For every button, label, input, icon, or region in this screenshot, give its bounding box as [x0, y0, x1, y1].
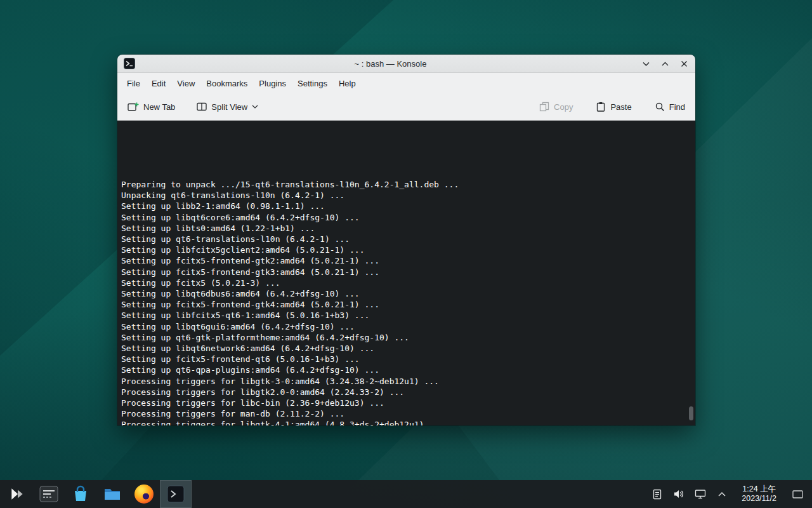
taskbar-item-discover[interactable] — [65, 480, 96, 508]
expand-tray-icon[interactable] — [716, 488, 728, 500]
maximize-button[interactable] — [660, 58, 670, 69]
terminal-line: Setting up qt6-gtk-platformtheme:amd64 (… — [121, 332, 686, 343]
paste-icon — [596, 102, 606, 112]
find-icon — [655, 102, 665, 112]
terminal-line: Setting up libfcitx5gclient2:amd64 (5.0.… — [121, 244, 686, 255]
taskbar-item-konsole-active[interactable] — [160, 480, 192, 508]
show-desktop-icon — [792, 490, 803, 498]
taskbar-item-dolphin[interactable] — [96, 480, 128, 508]
display-icon[interactable] — [695, 488, 706, 500]
menu-item[interactable]: Settings — [292, 76, 333, 91]
taskbar: 1:24 上午 2023/11/2 — [0, 480, 812, 508]
terminal-line: Setting up libqt6core6:amd64 (6.4.2+dfsg… — [121, 212, 686, 223]
clock-time: 1:24 上午 — [742, 485, 776, 494]
toolbar: New Tab Split View Copy Paste F — [117, 93, 695, 121]
discover-icon — [71, 485, 90, 504]
window-title: ~ : bash — Konsole — [140, 59, 641, 69]
terminal-line: Setting up fcitx5 (5.0.21-3) ... — [121, 277, 686, 288]
close-button[interactable] — [679, 58, 689, 69]
terminal-line: Unpacking qt6-translations-l10n (6.4.2-1… — [121, 190, 686, 201]
menu-item[interactable]: View — [171, 76, 200, 91]
task-view-icon — [39, 485, 58, 504]
terminal-scrollbar[interactable] — [688, 122, 694, 424]
copy-icon — [539, 102, 549, 112]
volume-icon[interactable] — [673, 488, 684, 500]
terminal-line: Setting up qt6-translations-l10n (6.4.2-… — [121, 234, 686, 244]
terminal-line: Setting up libfcitx5-qt6-1:amd64 (5.0.16… — [121, 310, 686, 321]
terminal-line: Setting up libqt6gui6:amd64 (6.4.2+dfsg-… — [121, 321, 686, 332]
terminal-line: Setting up fcitx5-frontend-qt6 (5.0.16-1… — [121, 354, 686, 364]
terminal-output[interactable]: Preparing to unpack .../15-qt6-translati… — [117, 121, 695, 425]
menu-item[interactable]: File — [121, 76, 146, 91]
scrollbar-thumb[interactable] — [689, 406, 693, 420]
menu-item[interactable]: Help — [333, 76, 362, 91]
clipboard-icon[interactable] — [652, 488, 663, 500]
terminal-line: Setting up fcitx5-frontend-gtk4:amd64 (5… — [121, 299, 686, 310]
terminal-line: Processing triggers for libgtk2.0-0:amd6… — [121, 387, 686, 398]
terminal-line: Preparing to unpack .../15-qt6-translati… — [121, 179, 686, 190]
split-view-button[interactable]: Split View — [193, 98, 262, 116]
task-view-button[interactable] — [33, 480, 65, 508]
konsole-window: ~ : bash — Konsole FileEditViewBookmarks… — [117, 55, 695, 425]
desktop-wallpaper: ~ : bash — Konsole FileEditViewBookmarks… — [0, 0, 812, 508]
konsole-icon — [167, 485, 185, 503]
new-tab-button[interactable]: New Tab — [124, 98, 179, 116]
new-tab-icon — [128, 102, 139, 112]
paste-button[interactable]: Paste — [592, 98, 635, 116]
terminal-line: Setting up libb2-1:amd64 (0.98.1-1.1) ..… — [121, 201, 686, 211]
taskbar-item-firefox[interactable] — [128, 480, 160, 508]
system-tray: 1:24 上午 2023/11/2 — [652, 480, 811, 508]
show-desktop-button[interactable] — [790, 480, 804, 508]
chevron-down-icon — [252, 105, 258, 109]
terminal-line: Setting up libqt6network6:amd64 (6.4.2+d… — [121, 343, 686, 354]
split-view-icon — [197, 102, 207, 112]
terminal-line: Processing triggers for libgtk-3-0:amd64… — [121, 376, 686, 387]
copy-button[interactable]: Copy — [535, 98, 577, 116]
titlebar[interactable]: ~ : bash — Konsole — [117, 55, 695, 73]
minimize-button[interactable] — [641, 58, 651, 69]
terminal-line: Setting up libts0:amd64 (1.22-1+b1) ... — [121, 223, 686, 234]
clock-widget[interactable]: 1:24 上午 2023/11/2 — [738, 485, 780, 504]
konsole-app-icon — [124, 58, 135, 69]
terminal-lines: Preparing to unpack .../15-qt6-translati… — [121, 146, 686, 425]
terminal-line: Processing triggers for man-db (2.11.2-2… — [121, 408, 686, 419]
folder-icon — [103, 485, 122, 504]
terminal-line: Processing triggers for libc-bin (2.36-9… — [121, 398, 686, 408]
menu-item[interactable]: Bookmarks — [200, 76, 253, 91]
terminal-line: Setting up libqt6dbus6:amd64 (6.4.2+dfsg… — [121, 288, 686, 299]
app-launcher-button[interactable] — [1, 480, 33, 508]
menu-item[interactable]: Edit — [146, 76, 171, 91]
terminal-line: Setting up fcitx5-frontend-gtk3:amd64 (5… — [121, 267, 686, 277]
clock-date: 2023/11/2 — [742, 494, 776, 504]
terminal-line: Setting up fcitx5-frontend-gtk2:amd64 (5… — [121, 255, 686, 266]
app-launcher-icon — [9, 486, 25, 502]
menubar: FileEditViewBookmarksPluginsSettingsHelp — [117, 73, 695, 93]
find-button[interactable]: Find — [651, 98, 689, 116]
terminal-line: Setting up qt6-qpa-plugins:amd64 (6.4.2+… — [121, 364, 686, 375]
firefox-icon — [134, 485, 154, 504]
menu-item[interactable]: Plugins — [253, 76, 292, 91]
terminal-line: Processing triggers for libgtk-4-1:amd64… — [121, 419, 686, 425]
